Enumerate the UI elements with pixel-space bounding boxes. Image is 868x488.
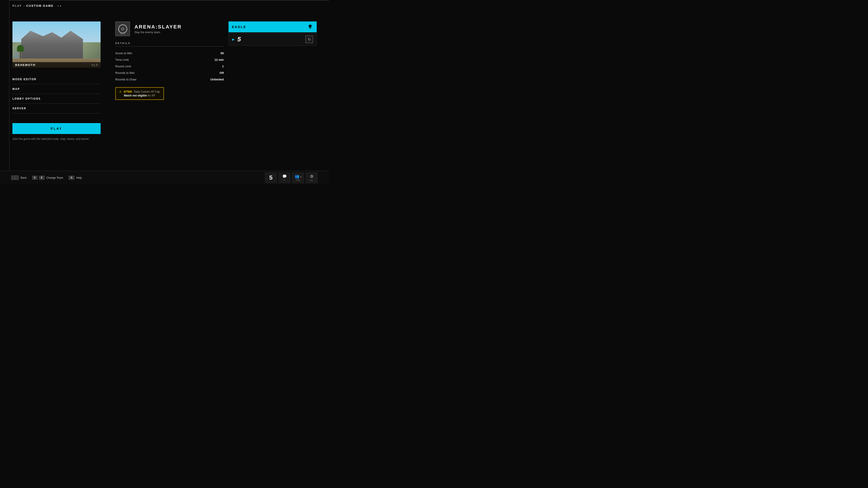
breadcrumb-play: PLAY	[12, 4, 22, 7]
player-arrow-icon: ▶	[232, 37, 235, 41]
team-panel: EAGLE ▶ 5 ↻	[228, 22, 317, 46]
eagle-svg	[307, 24, 313, 30]
details-header: DETAILS	[115, 42, 224, 46]
mode-header: v1.0 ARENA:SLAYER Slay the enemy team.	[115, 22, 224, 36]
menu-item-map[interactable]: MAP	[12, 84, 101, 94]
detail-value-round-limit: 1	[222, 65, 224, 68]
breadcrumb-dot1: ◆ ◆	[57, 4, 61, 7]
xp-not-eligible: Match not eligible	[124, 94, 147, 97]
game-mode-panel: v1.0 ARENA:SLAYER Slay the enemy team. D…	[115, 22, 224, 100]
detail-label-round-limit: Round Limit	[115, 65, 131, 68]
detail-row-rounds-win: Rounds to Win Off	[115, 70, 224, 76]
play-button[interactable]: PLAY	[12, 123, 101, 134]
start-description: Start the game with the selected mode, m…	[12, 137, 125, 140]
xp-warning-line1: ⚠ 0/7500 Daily Custom XP Cap	[119, 90, 160, 93]
detail-row-time: Time Limit 12 min	[115, 57, 224, 63]
details-section: DETAILS Score to Win 50 Time Limit 12 mi…	[115, 42, 224, 83]
xp-for-xp: for XP	[148, 94, 155, 97]
xp-warning: ⚠ 0/7500 Daily Custom XP Cap Match not e…	[115, 87, 164, 100]
xp-cap-label: Daily Custom XP Cap	[134, 90, 160, 93]
team-refresh-button[interactable]: ↻	[305, 35, 313, 43]
player-count: 5	[237, 36, 241, 43]
menu-item-lobby-options[interactable]: LOBBY OPTIONS	[12, 94, 101, 104]
detail-row-score: Score to Win 50	[115, 50, 224, 57]
bottom-bar: ← Back 0 E Change Team G Help 5 💬 Y 👥 0 …	[0, 171, 329, 184]
detail-label-score: Score to Win	[115, 52, 132, 55]
top-border	[9, 0, 329, 0]
players-icon: 👥 0	[295, 174, 301, 178]
settings-icon: ⚙	[310, 174, 313, 179]
detail-value-rounds-win: Off	[219, 71, 224, 74]
change-team-key2: E	[39, 176, 44, 180]
detail-value-rounds-draw: Unlimited	[211, 78, 224, 81]
xp-warning-line2: Match not eligible for XP	[119, 94, 160, 97]
help-label: Help	[76, 176, 82, 180]
chat-icon: 💬	[282, 174, 287, 178]
refresh-icon: ↻	[308, 37, 311, 41]
detail-label-rounds-win: Rounds to Win	[115, 71, 134, 74]
menu-item-mode-editor[interactable]: MODE EDITOR	[12, 74, 101, 84]
help-key: G	[69, 176, 74, 180]
breadcrumb-current: CUSTOM GAME	[26, 4, 54, 7]
side-menu: MODE EDITOR MAP LOBBY OPTIONS SERVER	[12, 74, 101, 113]
mode-subtitle: Slay the enemy team.	[134, 31, 182, 34]
map-container: BEHEMOTH V1.0	[12, 22, 101, 68]
change-team-key1: 0	[32, 176, 37, 180]
breadcrumb: PLAY › CUSTOM GAME ◆ ◆	[12, 4, 61, 7]
menu-item-server[interactable]: SERVER	[12, 104, 101, 113]
mode-icon-dot	[121, 28, 124, 30]
back-key: ←	[11, 175, 19, 180]
team-player-row: ▶ 5 ↻	[228, 33, 317, 46]
map-name: BEHEMOTH	[15, 63, 35, 67]
map-label: BEHEMOTH V1.0	[12, 62, 101, 68]
left-border	[9, 0, 9, 184]
team-name: EAGLE	[232, 25, 246, 29]
map-version: V1.0	[91, 64, 98, 67]
settings-button[interactable]: ⚙ F1	[305, 172, 318, 184]
bottom-score: 5	[265, 172, 277, 184]
mode-title: ARENA:SLAYER	[134, 24, 182, 30]
play-button-text: PLAY	[51, 127, 62, 130]
xp-cap-amount: 0/7500	[124, 90, 132, 93]
bottom-controls-left: ← Back 0 E Change Team G Help	[11, 175, 82, 180]
detail-value-time: 12 min	[215, 58, 224, 61]
detail-row-round-limit: Round Limit 1	[115, 63, 224, 70]
help-control: G Help	[69, 176, 82, 180]
breadcrumb-arrow: ›	[24, 4, 24, 7]
map-structure	[21, 31, 83, 59]
mode-icon-inner	[118, 24, 127, 33]
players-key: Tab	[296, 179, 300, 181]
change-team-label: Change Team	[46, 176, 63, 180]
chat-key: Y	[284, 179, 285, 181]
mode-title-block: ARENA:SLAYER Slay the enemy team.	[134, 24, 182, 34]
mode-icon: v1.0	[115, 22, 130, 36]
map-image	[12, 22, 101, 68]
detail-label-rounds-draw: Rounds to Draw	[115, 78, 136, 81]
bottom-controls-right: 5 💬 Y 👥 0 Tab ⚙ F1	[265, 172, 318, 184]
team-header: EAGLE	[228, 22, 317, 32]
chat-button[interactable]: 💬 Y	[278, 172, 291, 184]
back-control: ← Back	[11, 175, 27, 180]
detail-value-score: 50	[221, 52, 224, 55]
eagle-icon	[307, 24, 313, 30]
mode-icon-version: v1.0	[120, 33, 125, 35]
detail-row-rounds-draw: Rounds to Draw Unlimited	[115, 76, 224, 83]
players-button[interactable]: 👥 0 Tab	[292, 172, 304, 184]
settings-key: F1	[310, 180, 313, 182]
detail-label-time: Time Limit	[115, 58, 129, 61]
back-label: Back	[21, 176, 27, 180]
warning-icon: ⚠	[119, 90, 122, 93]
change-team-control: 0 E Change Team	[32, 176, 63, 180]
